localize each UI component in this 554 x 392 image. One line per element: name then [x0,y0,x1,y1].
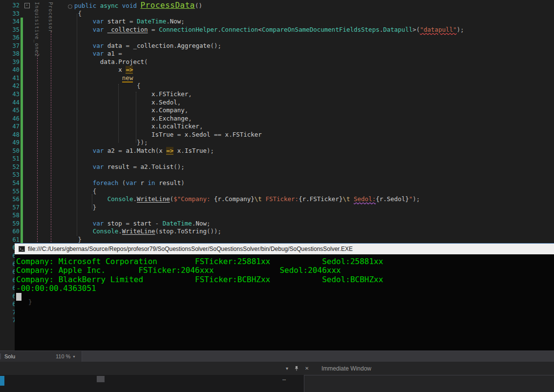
close-icon[interactable]: ✕ [305,366,309,371]
code-text: var start = DateTime.Now; [31,18,185,26]
scope-label-namespace: Inquisitive_one2 [34,2,40,57]
code-line[interactable]: 41 new [0,74,554,83]
line-number[interactable]: 33 [0,10,21,18]
code-line[interactable]: 61 } [0,236,554,244]
method-indicator-icon [68,4,72,9]
code-text: var data = _collection.Aggregate(); [31,42,221,50]
console-title-bar[interactable]: file:///C:/Users/gbernas/Source/Repos/pr… [15,244,554,254]
code-line[interactable]: 39 data.Project( [0,58,554,66]
line-number[interactable]: 39 [0,58,21,66]
line-number[interactable]: 60 [0,227,21,236]
code-line[interactable]: 45 x.Company, [0,106,554,115]
code-line[interactable]: 53 [0,171,554,179]
line-number[interactable]: 53 [0,171,21,179]
line-number[interactable]: 58 [0,211,21,220]
code-line[interactable]: 48 IsTrue = x.Sedol == x.FSTicker [0,131,554,139]
overflow-dots: … [282,375,286,382]
code-line[interactable]: 38 var a1 = [0,50,554,58]
code-text [31,155,74,163]
line-number[interactable]: 36 [0,34,21,42]
code-text: var _collection = ConnectionHelper.Conne… [31,26,464,34]
fold-margin [23,123,31,131]
code-line[interactable]: 47 x.LocalTicker, [0,123,554,131]
code-line[interactable]: 42 { [0,82,554,90]
console-output-line: Company: BlackBerry Limited FSTicker:BCB… [16,275,554,284]
zoom-control[interactable]: 110 % ▾ [56,353,75,359]
code-line[interactable]: 54 foreach (var r in result) [0,179,554,187]
fold-margin [23,26,31,34]
line-number[interactable]: 42 [0,82,21,90]
line-number[interactable]: 47 [0,123,21,131]
line-number[interactable]: 38 [0,50,21,58]
code-text: x.FSTicker, [31,90,192,99]
line-number[interactable]: 54 [0,179,21,187]
pin-icon[interactable] [294,366,299,371]
code-line[interactable]: 43 x.FSTicker, [0,90,554,99]
line-number[interactable]: 59 [0,220,21,228]
code-line[interactable]: 49 }); [0,139,554,147]
solution-explorer-tab[interactable]: Solu [0,353,21,359]
line-number[interactable]: 57 [0,204,21,212]
code-line[interactable]: 57 } [0,204,554,212]
line-number[interactable]: 55 [0,187,21,196]
code-line[interactable]: 36 [0,34,554,42]
horizontal-scrollbar[interactable] [82,351,554,362]
line-number[interactable]: 51 [0,155,21,163]
code-line[interactable]: 40 x => [0,66,554,74]
line-number[interactable]: 49 [0,139,21,147]
code-text: public async void ProcessData() [31,1,202,10]
code-line[interactable]: 58 [0,211,554,220]
code-line[interactable]: 50 var a2 = a1.Match(x => x.IsTrue); [0,147,554,155]
code-line[interactable]: 59 var stop = start - DateTime.Now; [0,220,554,228]
scrollbar-thumb[interactable] [97,376,105,382]
line-number[interactable]: 43 [0,90,21,99]
line-number[interactable]: 61 [0,236,21,244]
code-line[interactable]: 56 Console.WriteLine($"Company: {r.Compa… [0,195,554,204]
code-line[interactable]: 33 { [0,10,554,18]
code-line[interactable]: 32-public async void ProcessData() [0,1,554,10]
code-line[interactable]: 55 { [0,187,554,196]
code-line[interactable]: 46 x.Exchange, [0,115,554,123]
code-line[interactable]: 35 var _collection = ConnectionHelper.Co… [0,26,554,34]
fold-margin [23,10,31,18]
line-number[interactable]: 32 [0,1,21,10]
fold-margin [23,179,31,187]
line-number[interactable]: 40 [0,66,21,74]
line-number[interactable]: 34 [0,18,21,26]
line-number[interactable]: 44 [0,99,21,107]
code-text [31,211,74,220]
line-number[interactable]: 50 [0,147,21,155]
line-number[interactable]: 41 [0,74,21,83]
chevron-down-icon[interactable]: ▾ [73,354,75,359]
zoom-level: 110 % [56,353,70,359]
line-number[interactable]: 52 [0,163,21,171]
line-number[interactable]: 46 [0,115,21,123]
code-line[interactable]: 52 var result = a2.ToList(); [0,163,554,171]
fold-margin [23,220,31,228]
line-number[interactable]: 56 [0,195,21,204]
collapse-toggle[interactable]: - [23,1,31,10]
chevron-down-icon[interactable]: ▾ [286,366,288,371]
code-text: x.Exchange, [31,115,192,123]
vs-window: Inquisitive_one2 Processor 32-public asy… [0,0,554,392]
fold-margin [23,227,31,236]
code-text: { [31,82,140,90]
code-text: IsTrue = x.Sedol == x.FSTicker [31,131,262,139]
code-text: x.Sedol, [31,99,181,107]
fold-margin [23,50,31,58]
code-line[interactable]: 51 [0,155,554,163]
line-number[interactable]: 48 [0,131,21,139]
code-text: new [31,74,133,83]
fold-margin [23,115,31,123]
code-text: { [31,187,96,196]
fold-margin [23,187,31,196]
code-line[interactable]: 44 x.Sedol, [0,99,554,107]
code-line[interactable]: 37 var data = _collection.Aggregate(); [0,42,554,50]
fold-margin [23,18,31,26]
line-number[interactable]: 37 [0,42,21,50]
line-number[interactable]: 45 [0,106,21,115]
collapse-minus-icon[interactable]: - [24,3,30,8]
line-number[interactable]: 35 [0,26,21,34]
code-line[interactable]: 60 Console.WriteLine(stop.ToString()); [0,227,554,236]
code-line[interactable]: 34 var start = DateTime.Now; [0,18,554,26]
